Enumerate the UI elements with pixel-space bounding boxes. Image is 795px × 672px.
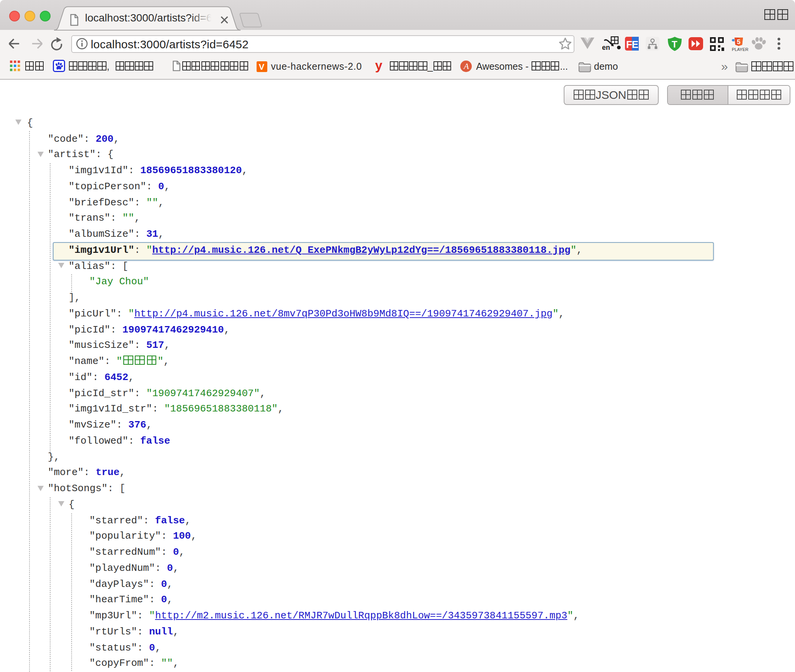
svg-text:5: 5 [737,38,740,46]
svg-text:PLAYER: PLAYER [732,47,748,52]
svg-text:T: T [672,39,677,49]
svg-text:en: en [602,44,610,51]
svg-text:FE: FE [626,39,638,50]
